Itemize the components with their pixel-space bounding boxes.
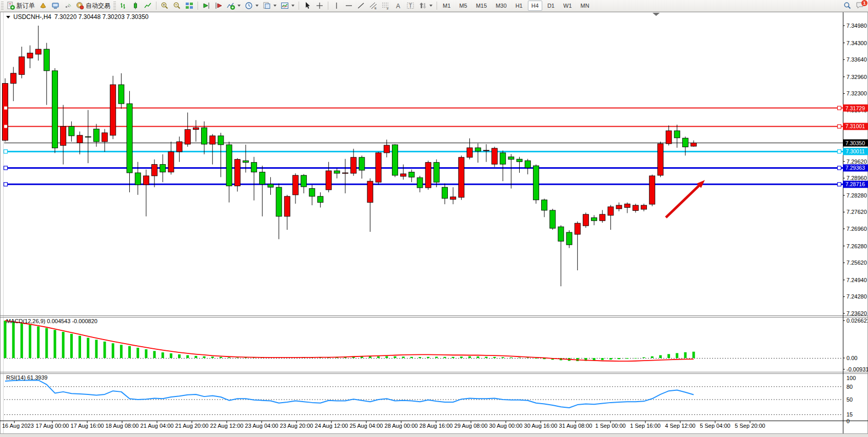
svg-text:22 Aug 12:00: 22 Aug 12:00 [210, 423, 244, 429]
crosshair-button[interactable] [313, 0, 326, 11]
svg-text:17 Aug 00:00: 17 Aug 00:00 [36, 423, 69, 429]
indicators-button[interactable] [225, 0, 243, 11]
svg-text:7.34980: 7.34980 [846, 23, 867, 29]
zoom-in-button[interactable] [159, 0, 171, 11]
auto-scroll-icon [202, 2, 210, 10]
svg-text:T: T [409, 3, 412, 9]
chart-ohlc-values: 7.30220 7.30448 7.30203 7.30350 [54, 13, 149, 21]
new-order-label: 新订单 [16, 2, 35, 10]
candlestick-chart-icon [131, 2, 140, 10]
trendline-button[interactable] [355, 0, 367, 11]
chart-shift-icon [214, 2, 223, 10]
profiles-dropdown-caret[interactable] [273, 5, 277, 7]
profiles-button[interactable] [261, 0, 279, 11]
macd-indicator-label: MACD(12,26,9) 0.004543 -0.000820 [6, 318, 97, 324]
shapes-button[interactable] [417, 0, 435, 11]
svg-text:16 Aug 2023: 16 Aug 2023 [2, 423, 34, 429]
auto-scroll-button[interactable] [200, 0, 212, 11]
svg-text:80: 80 [846, 384, 853, 390]
fibonacci-button[interactable]: F [380, 0, 392, 11]
search-icon[interactable] [843, 2, 852, 10]
auto-trading-label: 自动交易 [86, 2, 110, 10]
svg-text:4 Sep 12:00: 4 Sep 12:00 [665, 423, 695, 429]
svg-text:24 Aug 12:00: 24 Aug 12:00 [315, 423, 348, 429]
equidistant-channel-button[interactable]: E [367, 0, 380, 11]
bar-chart-button[interactable] [117, 0, 129, 11]
notifications-button[interactable]: 1 [856, 1, 864, 10]
chart-canvas[interactable]: 7.349807.343007.336407.329607.323007.316… [0, 0, 868, 437]
text-button[interactable]: A [392, 0, 404, 11]
toolbar-grip [1, 2, 4, 10]
auto-trading-button[interactable]: 自动交易 [74, 0, 112, 11]
gold-cone-button[interactable] [37, 0, 49, 11]
periods-button[interactable] [243, 0, 261, 11]
label-button[interactable]: T [404, 0, 417, 11]
svg-text:7.32960: 7.32960 [846, 74, 867, 80]
svg-text:31 Aug 08:00: 31 Aug 08:00 [559, 423, 593, 429]
svg-text:18 Aug 08:00: 18 Aug 08:00 [106, 423, 139, 429]
candlestick-chart-button[interactable] [129, 0, 142, 11]
vertical-line-button[interactable] [330, 0, 343, 11]
svg-text:15: 15 [846, 411, 853, 418]
svg-text:7.28716: 7.28716 [845, 181, 865, 187]
tab-timeframe-w1[interactable]: W1 [560, 1, 576, 11]
rsi-indicator-label: RSI(14) 61.3939 [6, 374, 48, 381]
auto-trading-icon [76, 2, 84, 10]
tile-windows-icon [185, 2, 193, 10]
chart-title: USDCNH-,H4 7.30220 7.30448 7.30203 7.303… [6, 13, 149, 21]
vertical-line-icon [332, 2, 341, 10]
cursor-button[interactable] [301, 0, 313, 11]
svg-text:1 Sep 00:00: 1 Sep 00:00 [595, 423, 625, 429]
chart-symbol-period: USDCNH-,H4 [13, 13, 51, 21]
svg-text:7.24280: 7.24280 [846, 293, 867, 300]
tab-timeframe-mn[interactable]: MN [577, 1, 593, 11]
toolbar: 新订单 自动交易 [0, 0, 868, 12]
tile-windows-button[interactable] [183, 0, 195, 11]
new-order-icon [7, 2, 15, 10]
svg-text:21 Aug 20:00: 21 Aug 20:00 [175, 423, 209, 429]
zoom-out-button[interactable] [171, 0, 183, 11]
line-chart-button[interactable] [142, 0, 154, 11]
svg-text:7.33640: 7.33640 [846, 56, 867, 63]
virtual-hosting-button[interactable] [49, 0, 62, 11]
svg-text:7.26960: 7.26960 [846, 226, 867, 232]
tab-timeframe-h1[interactable]: H1 [512, 1, 526, 11]
signals-button[interactable] [62, 0, 74, 11]
tab-timeframe-m1[interactable]: M1 [439, 1, 454, 11]
shapes-dropdown-caret[interactable] [429, 5, 432, 7]
svg-text:F: F [387, 7, 389, 10]
periods-clock-icon [245, 2, 253, 10]
horizontal-line-button[interactable] [343, 0, 355, 11]
new-order-button[interactable]: 新订单 [5, 0, 37, 11]
hosting-icon [51, 2, 60, 10]
crosshair-icon [315, 2, 324, 10]
zoom-in-icon [161, 2, 169, 10]
indicators-dropdown-caret[interactable] [238, 5, 241, 7]
svg-text:28 Aug 16:00: 28 Aug 16:00 [420, 423, 453, 429]
svg-text:7.29363: 7.29363 [845, 165, 865, 171]
tab-timeframe-d1[interactable]: D1 [544, 1, 558, 11]
tab-timeframe-m15[interactable]: M15 [472, 1, 490, 11]
svg-text:7.26280: 7.26280 [846, 243, 867, 249]
svg-text:1 Sep 16:00: 1 Sep 16:00 [630, 423, 660, 429]
svg-text:17 Aug 16:00: 17 Aug 16:00 [71, 423, 104, 429]
line-chart-icon [144, 2, 152, 10]
chart-shift-button[interactable] [212, 0, 225, 11]
svg-text:5 Sep 04:00: 5 Sep 04:00 [700, 423, 730, 429]
templates-dropdown-caret[interactable] [291, 5, 294, 7]
gold-cone-icon [39, 2, 47, 10]
svg-text:7.32300: 7.32300 [846, 90, 867, 96]
periods-dropdown-caret[interactable] [255, 5, 259, 7]
svg-text:7.24940: 7.24940 [846, 277, 867, 283]
tab-timeframe-h4[interactable]: H4 [528, 1, 542, 11]
svg-text:0.026621: 0.026621 [846, 317, 868, 324]
svg-text:7.28960: 7.28960 [846, 175, 867, 181]
svg-text:7.30011: 7.30011 [845, 148, 864, 154]
svg-text:7.31729: 7.31729 [845, 105, 865, 111]
templates-button[interactable] [279, 0, 297, 11]
tab-timeframe-m5[interactable]: M5 [456, 1, 470, 11]
tab-timeframe-m30[interactable]: M30 [492, 1, 510, 11]
svg-text:E: E [374, 7, 377, 10]
shapes-arrows-icon [419, 2, 427, 10]
chart-dropdown-caret[interactable] [6, 16, 10, 18]
